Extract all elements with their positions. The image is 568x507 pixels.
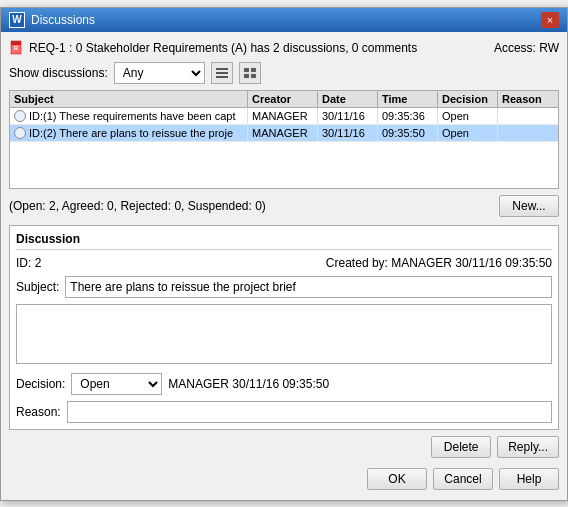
action-buttons: Delete Reply... <box>9 436 559 458</box>
subject-input[interactable] <box>65 276 552 298</box>
discussion-created-by: Created by: MANAGER 30/11/16 09:35:50 <box>326 256 552 270</box>
discussions-table: Subject Creator Date Time Decision Reaso… <box>9 90 559 189</box>
stats-row: (Open: 2, Agreed: 0, Rejected: 0, Suspen… <box>9 193 559 219</box>
discussion-meta: ID: 2 Created by: MANAGER 30/11/16 09:35… <box>16 256 552 270</box>
detail-view-icon <box>243 66 257 80</box>
doc-icon: R <box>9 40 25 56</box>
row1-reason <box>498 108 558 124</box>
doc-label: REQ-1 : 0 Stakeholder Requirements (A) h… <box>29 41 417 55</box>
svg-rect-5 <box>216 76 228 78</box>
ok-button[interactable]: OK <box>367 468 427 490</box>
cancel-button[interactable]: Cancel <box>433 468 493 490</box>
row2-icon <box>14 127 26 139</box>
col-subject: Subject <box>10 91 248 107</box>
title-bar-left: W Discussions <box>9 12 95 28</box>
reason-row: Reason: <box>16 401 552 423</box>
svg-rect-7 <box>251 68 256 72</box>
reason-label: Reason: <box>16 405 61 419</box>
doc-info: R REQ-1 : 0 Stakeholder Requirements (A)… <box>9 40 417 56</box>
list-view-button[interactable] <box>211 62 233 84</box>
row2-time: 09:35:50 <box>378 125 438 141</box>
discussion-panel: Discussion ID: 2 Created by: MANAGER 30/… <box>9 225 559 430</box>
col-decision: Decision <box>438 91 498 107</box>
col-time: Time <box>378 91 438 107</box>
title-bar: W Discussions × <box>1 8 567 32</box>
svg-rect-8 <box>244 74 249 78</box>
filter-row: Show discussions: Any Open Agreed Reject… <box>9 62 559 84</box>
window-title: Discussions <box>31 13 95 27</box>
access-label: Access: RW <box>494 41 559 55</box>
svg-text:R: R <box>14 45 19 51</box>
subject-label: Subject: <box>16 280 59 294</box>
row2-date: 30/11/16 <box>318 125 378 141</box>
row1-creator: MANAGER <box>248 108 318 124</box>
table-header: Subject Creator Date Time Decision Reaso… <box>10 91 558 108</box>
table-row[interactable]: ID:(1) These requirements have been capt… <box>10 108 558 125</box>
discussion-id: ID: 2 <box>16 256 41 270</box>
show-discussions-label: Show discussions: <box>9 66 108 80</box>
bottom-right-buttons: OK Cancel Help <box>367 468 559 490</box>
info-row: R REQ-1 : 0 Stakeholder Requirements (A)… <box>9 40 559 56</box>
row1-date: 30/11/16 <box>318 108 378 124</box>
row2-creator: MANAGER <box>248 125 318 141</box>
row2-reason <box>498 125 558 141</box>
row1-time: 09:35:36 <box>378 108 438 124</box>
discussion-subject-row: Subject: <box>16 276 552 298</box>
col-date: Date <box>318 91 378 107</box>
decision-row: Decision: Open Agreed Rejected Suspended… <box>16 373 552 395</box>
table-body: ID:(1) These requirements have been capt… <box>10 108 558 188</box>
decision-label: Decision: <box>16 377 65 391</box>
svg-rect-9 <box>251 74 256 78</box>
discussions-window: W Discussions × R REQ-1 : 0 Stakeholder … <box>0 7 568 501</box>
svg-rect-4 <box>216 72 228 74</box>
reply-button[interactable]: Reply... <box>497 436 559 458</box>
list-view-icon <box>215 66 229 80</box>
decision-meta: MANAGER 30/11/16 09:35:50 <box>168 377 329 391</box>
col-creator: Creator <box>248 91 318 107</box>
stats-text: (Open: 2, Agreed: 0, Rejected: 0, Suspen… <box>9 199 266 213</box>
new-button[interactable]: New... <box>499 195 559 217</box>
col-reason: Reason <box>498 91 558 107</box>
app-icon: W <box>9 12 25 28</box>
row1-icon <box>14 110 26 122</box>
bottom-buttons: OK Cancel Help <box>9 464 559 492</box>
discussion-panel-header: Discussion <box>16 232 552 250</box>
row1-decision: Open <box>438 108 498 124</box>
decision-select[interactable]: Open Agreed Rejected Suspended <box>71 373 162 395</box>
close-button[interactable]: × <box>541 12 559 28</box>
filter-select[interactable]: Any Open Agreed Rejected Suspended <box>114 62 205 84</box>
reason-input[interactable] <box>67 401 552 423</box>
svg-rect-6 <box>244 68 249 72</box>
table-row[interactable]: ID:(2) There are plans to reissue the pr… <box>10 125 558 142</box>
row2-subject: ID:(2) There are plans to reissue the pr… <box>10 125 248 141</box>
row2-decision: Open <box>438 125 498 141</box>
help-button[interactable]: Help <box>499 468 559 490</box>
row1-subject: ID:(1) These requirements have been capt <box>10 108 248 124</box>
detail-view-button[interactable] <box>239 62 261 84</box>
svg-rect-3 <box>216 68 228 70</box>
discussion-body[interactable] <box>16 304 552 364</box>
delete-button[interactable]: Delete <box>431 436 491 458</box>
